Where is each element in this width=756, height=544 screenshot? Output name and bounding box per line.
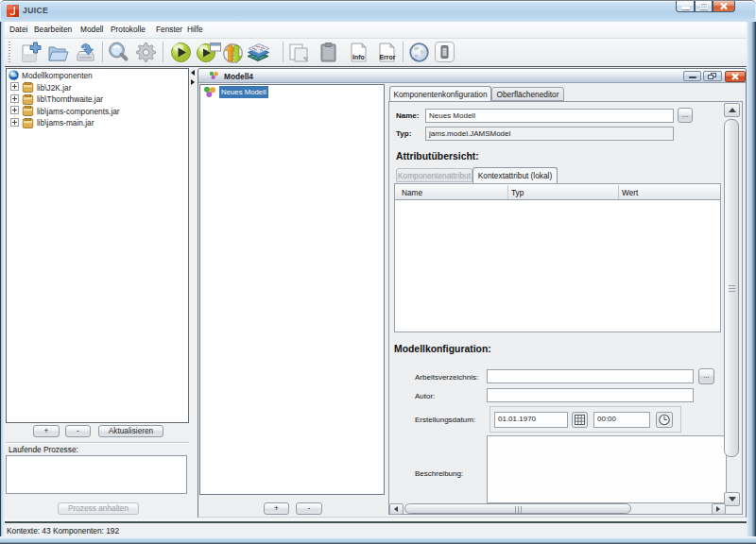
svg-text:Error: Error — [379, 54, 395, 60]
svg-text:Info: Info — [352, 54, 365, 60]
